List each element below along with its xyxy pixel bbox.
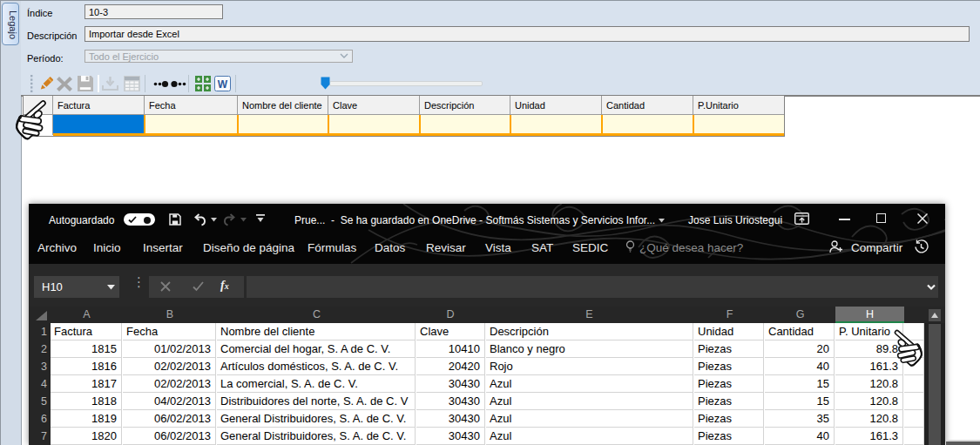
svg-text:W: W <box>218 78 228 91</box>
